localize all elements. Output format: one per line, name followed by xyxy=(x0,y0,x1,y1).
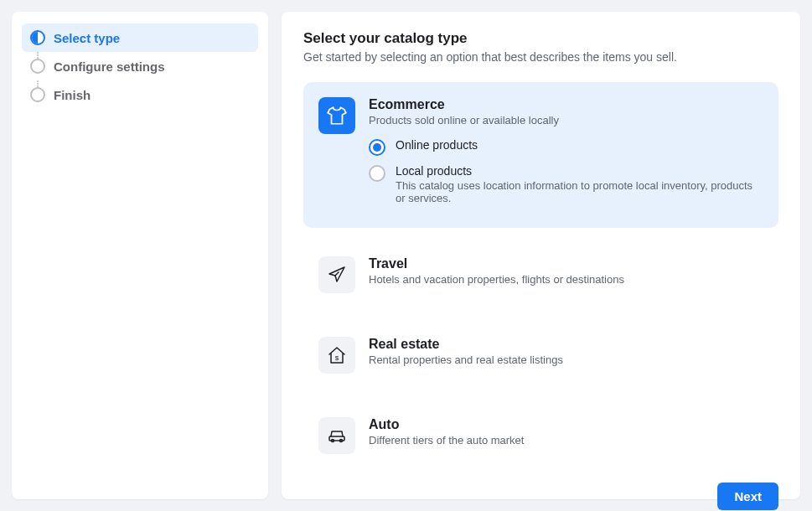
option-body: Auto Different tiers of the auto market xyxy=(369,417,763,454)
option-ecommerce[interactable]: Ecommerce Products sold online or availa… xyxy=(303,82,778,228)
radio-local-products[interactable]: Local products This catalog uses locatio… xyxy=(369,164,763,204)
next-button[interactable]: Next xyxy=(717,483,778,510)
option-title: Travel xyxy=(369,256,763,271)
wizard-sidebar: Select type Configure settings Finish xyxy=(12,12,268,499)
radio-label: Online products xyxy=(396,138,478,152)
page-subtitle: Get started by selecting an option that … xyxy=(303,50,778,64)
step-indicator-icon xyxy=(30,87,45,102)
main-panel: Select your catalog type Get started by … xyxy=(282,12,800,499)
radio-help: This catalog uses location information t… xyxy=(396,179,763,204)
option-desc: Rental properties and real estate listin… xyxy=(369,354,763,366)
step-label: Finish xyxy=(54,88,91,102)
step-indicator-icon xyxy=(30,59,45,74)
ecommerce-radio-list: Online products Local products This cata… xyxy=(369,138,763,204)
airplane-icon xyxy=(318,256,355,293)
tshirt-icon xyxy=(318,97,355,134)
svg-text:$: $ xyxy=(335,354,339,362)
step-select-type[interactable]: Select type xyxy=(22,23,258,52)
step-configure-settings[interactable]: Configure settings xyxy=(22,52,258,80)
radio-label: Local products xyxy=(396,164,763,178)
option-desc: Hotels and vacation properties, flights … xyxy=(369,273,763,286)
step-label: Select type xyxy=(54,31,120,45)
radio-online-products[interactable]: Online products xyxy=(369,138,763,156)
radio-icon xyxy=(369,139,385,156)
option-travel[interactable]: Travel Hotels and vacation properties, f… xyxy=(303,241,778,308)
option-desc: Different tiers of the auto market xyxy=(369,434,763,446)
option-title: Auto xyxy=(369,417,763,432)
option-body: Ecommerce Products sold online or availa… xyxy=(369,97,763,213)
page-title: Select your catalog type xyxy=(303,30,778,47)
radio-icon xyxy=(369,165,385,182)
car-icon xyxy=(318,417,355,454)
option-desc: Products sold online or available locall… xyxy=(369,114,763,126)
option-title: Real estate xyxy=(369,337,763,352)
footer: Next xyxy=(303,483,778,510)
house-icon: $ xyxy=(318,337,355,374)
option-real-estate[interactable]: $ Real estate Rental properties and real… xyxy=(303,322,778,389)
option-body: Real estate Rental properties and real e… xyxy=(369,337,763,374)
step-indicator-icon xyxy=(30,30,45,45)
step-label: Configure settings xyxy=(54,59,165,74)
option-body: Travel Hotels and vacation properties, f… xyxy=(369,256,763,293)
option-auto[interactable]: Auto Different tiers of the auto market xyxy=(303,402,778,469)
option-title: Ecommerce xyxy=(369,97,763,112)
step-finish[interactable]: Finish xyxy=(22,80,258,109)
